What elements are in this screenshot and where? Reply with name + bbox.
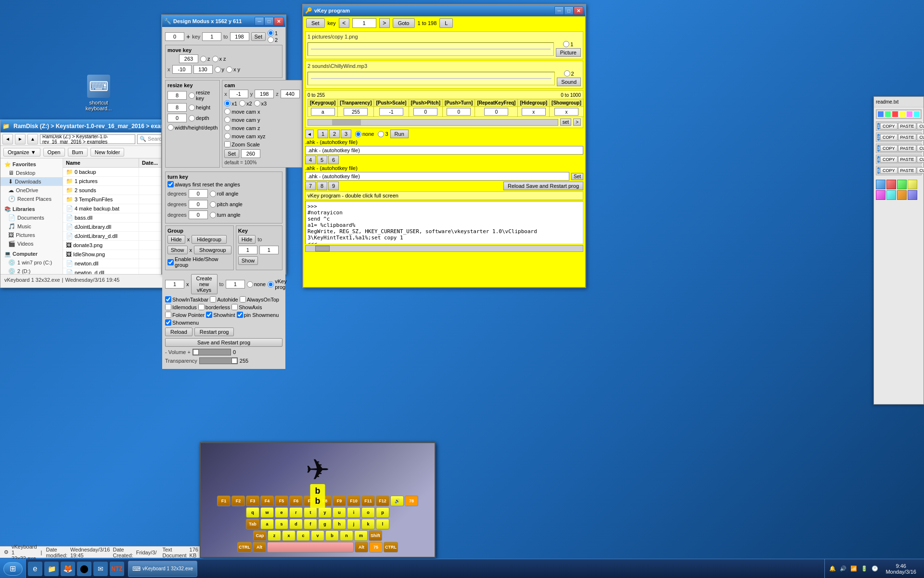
zoom-val-input[interactable] [241,149,260,158]
set-btn[interactable]: Set [251,32,266,41]
hidegroup-input[interactable] [522,108,546,116]
restart-btn[interactable]: Restart prog [194,328,234,336]
tray-icon-clock[interactable]: 🕐 [871,565,879,573]
key-q[interactable]: q [246,507,259,518]
sound-btn[interactable]: Sound [557,78,581,86]
key-f2[interactable]: F2 [231,496,245,506]
key-tab[interactable]: Tab [246,519,259,529]
vkeys-count-input[interactable] [165,280,184,289]
vkey-key-input[interactable] [352,18,376,28]
key-d[interactable]: d [289,519,303,529]
new-folder-btn[interactable]: New folder [90,148,125,157]
num-9-btn[interactable]: 9 [328,182,339,190]
pitch-degrees-input[interactable] [189,200,208,209]
double-click-label[interactable]: vKey program - double click full screen [305,191,583,200]
run-btn[interactable]: Run [390,130,409,138]
none-radio-ahk[interactable] [355,131,361,137]
xz-radio[interactable] [212,56,218,62]
vkey-prev-btn[interactable]: < [339,18,349,28]
show-axis-check[interactable] [231,304,238,310]
ntz-icon[interactable]: NTZ [110,562,124,576]
height-radio[interactable] [189,105,195,111]
desktop-icon-keyboard[interactable]: ⌨ shortcut keyboard... [79,75,118,111]
key-o[interactable]: o [361,507,375,518]
key-v[interactable]: v [311,530,324,541]
z-input[interactable] [179,54,198,63]
vkey-set-btn[interactable]: Set [306,18,325,28]
move-cam-xyz-radio[interactable] [224,133,231,139]
key-k[interactable]: k [361,519,375,529]
vkey-next-btn[interactable]: > [379,18,390,28]
pin-show-menu-check[interactable] [237,312,243,318]
key-f4[interactable]: F4 [260,496,274,506]
key-a[interactable]: a [260,519,274,529]
x-input[interactable] [172,65,192,74]
key-h[interactable]: h [333,519,346,529]
vkeys-to-input[interactable] [226,280,245,289]
key-75[interactable]: 75 [369,542,383,552]
key-hide-from-input[interactable] [238,246,257,254]
clip-cut-5[interactable]: CUT [917,167,924,174]
key-r[interactable]: r [289,507,303,518]
repeat-freq-input[interactable] [484,108,508,116]
design-minimize-btn[interactable]: ─ [255,17,264,26]
key-i[interactable]: i [347,507,360,518]
save-restart-btn[interactable]: Save and Restart prog [165,338,282,347]
key-y[interactable]: y [318,507,332,518]
tray-icon-network[interactable]: 📶 [850,565,858,573]
width-input[interactable] [167,91,187,100]
transparency-slider[interactable] [199,357,238,364]
key-g[interactable]: g [318,519,332,529]
ahk-set-btn[interactable]: Set [571,173,583,180]
up-btn[interactable]: ▲ [27,134,38,144]
key-m[interactable]: m [354,530,368,541]
sidebar-item-documents[interactable]: 📄Documents [0,213,63,222]
key-z[interactable]: z [268,530,281,541]
chrome-icon[interactable]: ⬤ [77,562,91,576]
key-f[interactable]: f [304,519,317,529]
explorer-quick-icon[interactable]: 📁 [44,562,59,576]
key-table-set-btn[interactable]: set [560,118,571,126]
hide-key-btn[interactable]: Hide [238,235,256,244]
clip-paste-4[interactable]: PASTE [898,156,917,163]
key-w[interactable]: w [260,507,274,518]
clip-paste-1[interactable]: PASTE [898,123,917,130]
taskbar-item-vkeyboard[interactable]: ⌨ vKeyboard 1 32x32.exe [128,561,197,577]
clip-cut-1[interactable]: CUT [917,123,924,130]
roll-radio[interactable] [210,191,216,197]
hide-group-btn[interactable]: Hide [167,235,185,244]
forward-btn[interactable]: ► [15,134,26,144]
key-x[interactable]: x [282,530,295,541]
height-input[interactable] [167,103,187,112]
num-6-btn[interactable]: 6 [328,156,339,164]
clip-paste-2[interactable]: PASTE [898,134,917,141]
key-f11[interactable]: F11 [361,496,375,506]
turn-degrees-input[interactable] [189,210,208,219]
pic-radio[interactable] [563,41,569,47]
code-area[interactable]: >>> #notrayicon send ^c a1= %clipboard% … [305,201,583,244]
key-alt-l[interactable]: Alt [253,542,266,552]
y-input[interactable] [193,65,213,74]
autohide-check[interactable] [210,296,216,302]
borderless-check[interactable] [198,304,205,310]
num-8-btn[interactable]: 8 [317,182,327,190]
show-hint-check[interactable] [206,312,212,318]
none-radio[interactable] [247,281,253,288]
key-ctrl-l[interactable]: CTRL [237,542,252,552]
start-btn-inner[interactable]: ⊞ [3,562,23,576]
move-cam-y-radio[interactable] [224,117,231,123]
key-hide-to-input[interactable] [259,246,279,254]
three-radio-ahk[interactable] [378,131,384,137]
depth-input[interactable] [167,114,187,122]
picture-btn[interactable]: Picture [556,48,581,57]
ahk-input-2[interactable] [305,172,569,181]
mail-icon[interactable]: ✉ [93,562,108,576]
show-menu-check[interactable] [165,319,171,326]
show-taskbar-check[interactable] [165,296,171,302]
cam-x-input[interactable] [229,90,248,98]
key-f10[interactable]: F10 [347,496,360,506]
x3-radio[interactable] [254,100,260,106]
clip-cut-4[interactable]: CUT [917,156,924,163]
key-j[interactable]: j [347,519,360,529]
sidebar-item-onedrive[interactable]: ☁OneDrive [0,186,63,195]
